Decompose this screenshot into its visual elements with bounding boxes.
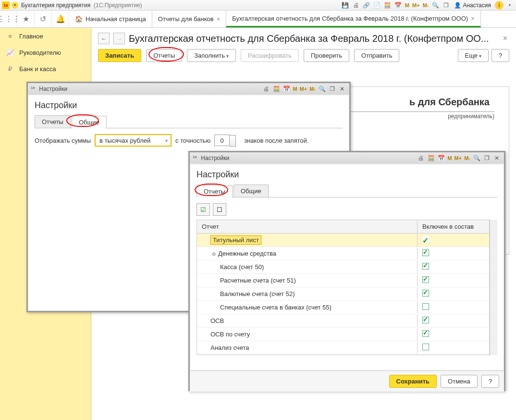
user-icon: 👤 <box>454 2 461 9</box>
print-icon[interactable]: 🖨 <box>262 85 270 93</box>
include-checkbox[interactable] <box>422 263 429 270</box>
calendar-icon[interactable]: 📅 <box>282 85 291 93</box>
grid-scrollbar[interactable] <box>490 220 497 355</box>
dialog-save-button[interactable]: Сохранить <box>389 375 437 388</box>
close-page-icon[interactable]: × <box>501 34 509 43</box>
apps-grid-icon[interactable]: ⋮⋮⋮ <box>0 11 17 27</box>
favorite-icon[interactable]: ★ <box>17 11 35 27</box>
memory-m[interactable]: M <box>447 155 452 161</box>
zoom-icon[interactable]: 🔍 <box>472 154 481 162</box>
check-button[interactable]: Проверить <box>304 49 349 62</box>
tab-common[interactable]: Общие <box>233 185 269 197</box>
memory-m[interactable]: M <box>292 86 297 92</box>
sidebar-item-main[interactable]: ≡Главное <box>0 28 91 44</box>
label-display-sums: Отображать суммы <box>35 137 91 144</box>
row-label: Денежные средства <box>218 250 276 257</box>
help-button[interactable]: ? <box>491 49 509 62</box>
memory-mminus[interactable]: M- <box>309 86 316 92</box>
memory-mminus[interactable]: M- <box>422 2 430 8</box>
close-icon[interactable]: × <box>471 15 475 22</box>
table-row[interactable]: Касса (счет 50) <box>197 260 489 274</box>
app-logo-icon: 1e <box>31 86 37 92</box>
collapse-icon[interactable]: ⊖ <box>210 251 217 257</box>
col-report[interactable]: Отчет <box>197 220 417 233</box>
info-dropdown-icon[interactable]: ▾ <box>505 1 514 10</box>
chart-icon: 📈 <box>6 49 14 56</box>
uncheck-all-button[interactable]: ☐ <box>213 203 226 216</box>
link-icon[interactable]: 🔗 <box>362 1 371 10</box>
tab-common[interactable]: Общие <box>72 116 107 128</box>
memory-mplus[interactable]: M+ <box>454 155 463 161</box>
save-icon[interactable]: 💾 <box>341 1 350 10</box>
sidebar-label: Банк и касса <box>19 65 56 73</box>
close-icon[interactable]: × <box>217 15 221 23</box>
tab-reports[interactable]: Отчеты <box>35 115 71 128</box>
include-checkbox[interactable] <box>422 344 429 350</box>
calc-icon[interactable]: 🧮 <box>272 85 281 93</box>
precision-spinner[interactable]: 0 <box>214 135 230 146</box>
print-icon[interactable]: 🖨 <box>417 154 425 162</box>
more-button[interactable]: Еще <box>458 49 489 62</box>
units-select[interactable]: в тысячах рублей <box>95 134 172 147</box>
maximize-icon[interactable]: ❐ <box>482 154 491 162</box>
memory-m[interactable]: M <box>405 2 410 8</box>
include-checkbox[interactable] <box>422 276 429 283</box>
memory-mminus[interactable]: M- <box>464 155 471 161</box>
check-all-button[interactable]: ☑ <box>197 203 210 216</box>
zoom-icon[interactable]: 🔍 <box>431 1 440 10</box>
table-row[interactable]: Специальные счета в банках (счет 55) <box>197 301 489 314</box>
home-icon: 🏠 <box>75 15 83 23</box>
table-row[interactable]: ОСВ <box>197 314 489 328</box>
tab-bank-reports[interactable]: Отчеты для банков × <box>152 11 227 27</box>
info-icon[interactable]: i <box>495 1 504 10</box>
memory-mplus[interactable]: M+ <box>299 86 308 92</box>
doc-icon[interactable]: 📄 <box>373 1 381 10</box>
calendar-icon[interactable]: 📅 <box>394 1 403 10</box>
sidebar-item-manager[interactable]: 📈Руководителю <box>0 44 91 61</box>
nav-forward-button[interactable]: → <box>113 33 125 44</box>
history-icon[interactable]: ↺ <box>35 11 52 27</box>
zoom-icon[interactable]: 🔍 <box>318 85 326 93</box>
include-checkbox[interactable] <box>422 303 429 310</box>
nav-back-button[interactable]: ← <box>98 33 110 44</box>
sidebar-item-bank[interactable]: ₽Банк и касса <box>0 61 91 77</box>
notifications-icon[interactable]: 🔔 <box>52 11 69 27</box>
table-row[interactable]: ОСВ по счету <box>197 328 489 341</box>
tab-sberbank-report[interactable]: Бухгалтерская отчетность для Сбербанка з… <box>226 11 480 27</box>
reports-button[interactable]: Отчеты <box>146 49 182 62</box>
dialog-heading: Настройки <box>35 100 343 111</box>
tab-home[interactable]: 🏠 Начальная страница <box>69 11 152 27</box>
dialog-titlebar[interactable]: 1e Настройки 🖨 🧮 📅 M M+ M- 🔍 ❐ ✕ <box>28 83 349 95</box>
dialog-heading: Настройки <box>197 170 497 180</box>
calendar-icon[interactable]: 📅 <box>437 154 445 162</box>
decode-button[interactable]: Расшифровать <box>241 49 299 62</box>
dialog-help-button[interactable]: ? <box>481 375 499 388</box>
fill-button[interactable]: Заполнить <box>187 49 236 62</box>
tab-reports[interactable]: Отчеты <box>197 185 233 198</box>
include-checkbox[interactable] <box>422 290 429 296</box>
table-row[interactable]: Титульный лист <box>197 234 489 247</box>
calc-icon[interactable]: 🧮 <box>383 1 392 10</box>
table-row[interactable]: ⊖Денежные средства <box>197 247 489 260</box>
app-menu-dropdown-icon[interactable]: ▾ <box>12 2 18 9</box>
close-icon[interactable]: ✕ <box>338 85 346 93</box>
calc-icon[interactable]: 🧮 <box>427 154 435 162</box>
window-icon[interactable]: ❐ <box>442 1 450 10</box>
include-checkbox[interactable] <box>422 249 429 256</box>
user-label[interactable]: 👤Анастасия <box>452 2 493 9</box>
table-row[interactable]: Валютные счета (счет 52) <box>197 287 489 301</box>
send-button[interactable]: Отправить <box>354 49 399 62</box>
maximize-icon[interactable]: ❐ <box>328 85 336 93</box>
include-checkbox[interactable] <box>422 330 429 337</box>
memory-mplus[interactable]: M+ <box>412 2 420 8</box>
close-icon[interactable]: ✕ <box>492 154 501 162</box>
dialog-titlebar[interactable]: 1e Настройки 🖨 🧮 📅 M M+ M- 🔍 ❐ ✕ <box>190 152 504 164</box>
print-icon[interactable]: 🖨 <box>352 1 360 10</box>
col-included[interactable]: Включен в состав <box>417 220 489 233</box>
table-row[interactable]: Расчетные счета (счет 51) <box>197 274 489 287</box>
table-row[interactable]: Анализ счета <box>197 341 489 355</box>
dialog-cancel-button[interactable]: Отмена <box>441 375 478 388</box>
include-checkbox[interactable] <box>422 236 429 243</box>
include-checkbox[interactable] <box>422 317 429 323</box>
save-button[interactable]: Записать <box>98 49 141 62</box>
